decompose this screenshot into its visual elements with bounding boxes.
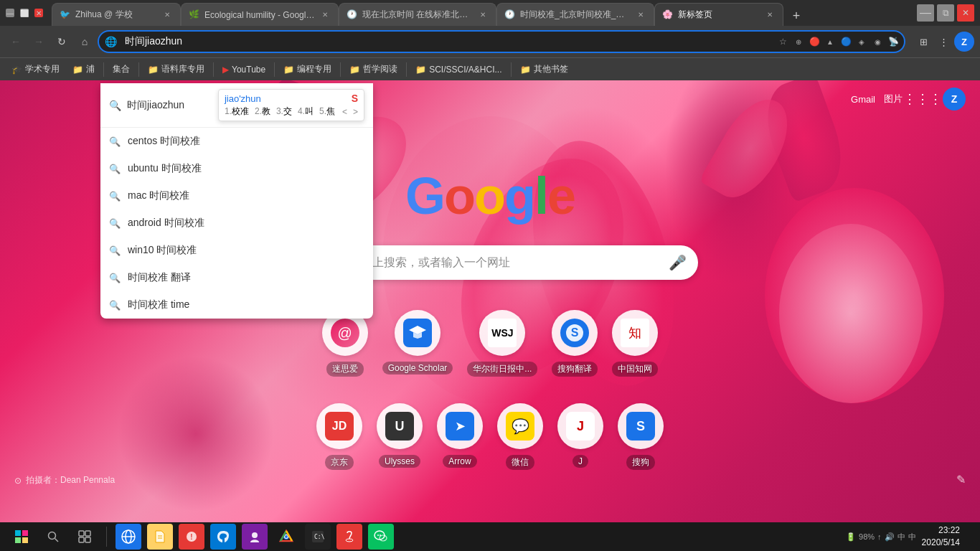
tab-4[interactable]: 🕐 时间校准_北京时间校准_北京时... ✕ — [496, 3, 654, 26]
taskbar-app-edge[interactable] — [210, 524, 236, 550]
taskbar-app-file[interactable] — [147, 524, 173, 550]
apps-button[interactable]: ⋮⋮⋮ — [911, 88, 934, 110]
tab-5[interactable]: 🌸 新标签页 ✕ — [654, 3, 783, 26]
extension-icon-6[interactable]: ◉ — [871, 35, 884, 48]
star-icon[interactable]: ☆ — [776, 35, 789, 48]
wechat-icon-inner: 💬 — [506, 412, 534, 441]
extensions-button[interactable]: ⊞ — [914, 32, 933, 51]
taskbar-app-chrome[interactable] — [273, 524, 299, 550]
tab-title-4: 时间校准_北京时间校准_北京时... — [520, 9, 631, 21]
search-taskbar-button[interactable] — [40, 524, 66, 550]
zhiwang-icon-inner: 知 — [621, 319, 649, 347]
pinyin-prev[interactable]: < — [342, 107, 347, 117]
bookmark-biancheng[interactable]: 📁 编程专用 — [278, 61, 337, 78]
tab-2[interactable]: 🌿 Ecological humility - Google... ✕ — [181, 3, 339, 26]
address-bar-actions: ☆ ⊕ 🔴 ▲ 🔵 ◈ ◉ 📡 — [776, 35, 900, 48]
google-logo: Google — [405, 166, 575, 225]
bookmark-xueshu[interactable]: 🎓 学术专用 — [6, 61, 65, 78]
profile-button[interactable]: Z — [954, 32, 974, 52]
taskbar-app-terminal[interactable]: C:\ — [305, 524, 331, 550]
tab-close-3[interactable]: ✕ — [477, 9, 489, 21]
svg-point-27 — [346, 539, 353, 542]
tab-1[interactable]: 🐦 Zhihua @ 学校 ✕ — [52, 3, 181, 26]
suggestion-win10[interactable]: 🔍 win10 时间校准 — [100, 237, 373, 264]
candidate-3[interactable]: 3.交 — [276, 105, 292, 118]
autocomplete-input-row: 🔍 时间jiaozhun jiao'zhun S 1.校准 2.教 3.交 4.… — [100, 83, 373, 128]
extension-icon-3[interactable]: ▲ — [824, 35, 837, 48]
extension-icon-7[interactable]: 📡 — [887, 35, 900, 48]
tab-close-2[interactable]: ✕ — [319, 9, 331, 21]
shortcut-arrow[interactable]: ➤ Arrow — [437, 403, 483, 470]
new-tab-button[interactable]: + — [786, 6, 806, 26]
suggestion-icon-1: 🔍 — [109, 136, 121, 147]
svg-rect-6 — [15, 537, 21, 543]
suggestion-fanyi[interactable]: 🔍 时间校准 翻译 — [100, 264, 373, 291]
window-controls[interactable]: — ⬜ ✕ — [6, 9, 43, 17]
minimize-btn[interactable]: — — [6, 9, 14, 17]
forward-button[interactable]: → — [29, 32, 49, 52]
gmail-link[interactable]: Gmail — [851, 94, 875, 105]
suggestion-android[interactable]: 🔍 android 时间校准 — [100, 209, 373, 237]
taskbar-app-java[interactable] — [336, 524, 362, 550]
candidate-1[interactable]: 1.校准 — [225, 105, 249, 118]
tab-close-5[interactable]: ✕ — [764, 9, 776, 21]
bookmark-zhexue[interactable]: 📁 哲学阅读 — [344, 61, 403, 78]
taskbar-app-ie[interactable] — [116, 524, 141, 550]
suggestion-time[interactable]: 🔍 时间校准 time — [100, 291, 373, 319]
taskbar-app-wechat-task[interactable] — [368, 524, 394, 550]
bookmark-youtube[interactable]: ▶ YouTube — [217, 61, 271, 78]
shortcut-sougou[interactable]: S 搜狗翻译 — [552, 310, 598, 377]
suggestion-ubuntu[interactable]: 🔍 ubuntu 时间校准 — [100, 155, 373, 182]
bookmark-sci[interactable]: 📁 SCI/SSCI/A&HCI... — [410, 61, 507, 78]
tab-close-1[interactable]: ✕ — [161, 9, 173, 21]
settings-button[interactable]: ⋮ — [934, 32, 953, 51]
minimize-window[interactable]: — — [917, 4, 934, 22]
bookmark-other[interactable]: 📁 其他书签 — [514, 61, 574, 78]
extension-icon-5[interactable]: ◈ — [855, 35, 868, 48]
home-button[interactable]: ⌂ — [75, 32, 95, 52]
reload-button[interactable]: ↻ — [52, 32, 72, 52]
shortcut-scholar[interactable]: Google Scholar — [382, 310, 453, 377]
maximize-btn[interactable]: ⬜ — [20, 9, 29, 17]
bookmark-sep-3 — [213, 62, 214, 77]
tab-close-4[interactable]: ✕ — [635, 9, 646, 21]
images-link[interactable]: 图片 — [884, 93, 903, 105]
extension-icon-1[interactable]: ⊕ — [792, 35, 805, 48]
bookmark-jihe[interactable]: 集合 — [107, 61, 136, 78]
bookmark-yuliao[interactable]: 📁 语料库专用 — [142, 61, 210, 78]
shortcut-icon-scholar — [395, 310, 440, 356]
restore-window[interactable]: ⧉ — [937, 4, 954, 22]
tab-3[interactable]: 🕐 现在北京时间 在线标准北京时... ✕ — [339, 3, 496, 26]
taskbar-app-vpn[interactable] — [242, 524, 268, 550]
shortcut-wsj[interactable]: WSJ 华尔街日报中... — [467, 310, 537, 377]
bookmark-pu[interactable]: 📁 浦 — [67, 61, 100, 78]
autocomplete-search-icon: 🔍 — [109, 100, 121, 111]
taskbar-app-virus[interactable]: ! — [179, 524, 204, 550]
suggestion-centos[interactable]: 🔍 centos 时间校准 — [100, 128, 373, 155]
extension-icon-2[interactable]: 🔴 — [808, 35, 821, 48]
candidate-4[interactable]: 4.叫 — [298, 105, 314, 118]
candidate-5[interactable]: 5.焦 — [319, 105, 335, 118]
shortcut-ulysses[interactable]: U Ulysses — [377, 403, 423, 470]
taskview-button[interactable] — [72, 524, 98, 550]
shortcut-wechat[interactable]: 💬 微信 — [497, 403, 543, 470]
start-button[interactable] — [9, 524, 34, 550]
pinyin-next[interactable]: > — [353, 107, 358, 117]
mic-icon[interactable]: 🎤 — [669, 254, 687, 271]
close-btn[interactable]: ✕ — [34, 9, 43, 17]
close-window[interactable]: ✕ — [957, 4, 974, 22]
shortcut-misi[interactable]: @ 迷思爱 — [322, 310, 368, 377]
shortcut-sogou-s[interactable]: S 搜狗 — [618, 403, 664, 470]
extension-icon-4[interactable]: 🔵 — [839, 35, 852, 48]
bookmark-label-4: 语料库专用 — [161, 63, 204, 75]
clock-display: 23:22 2020/5/14 — [922, 524, 960, 549]
back-button[interactable]: ← — [6, 32, 26, 52]
arrow-icon-inner: ➤ — [446, 412, 474, 441]
candidate-2[interactable]: 2.教 — [255, 105, 270, 118]
suggestion-mac[interactable]: 🔍 mac 时间校准 — [100, 182, 373, 209]
shortcut-j2[interactable]: J J — [557, 403, 603, 470]
shortcut-jd[interactable]: JD 京东 — [316, 403, 362, 470]
account-button[interactable]: Z — [943, 88, 966, 110]
shortcut-zhiwang[interactable]: 知 中国知网 — [612, 310, 658, 377]
edit-background-button[interactable]: ✎ — [956, 473, 966, 486]
